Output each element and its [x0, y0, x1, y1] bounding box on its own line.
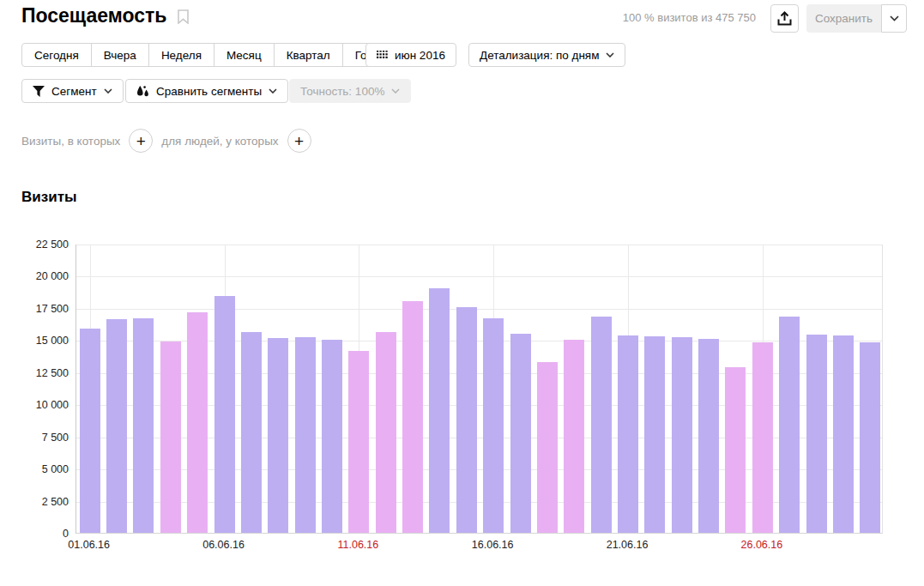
bar-28.06.16[interactable] — [806, 335, 827, 533]
x-tick-label: 11.06.16 — [337, 539, 378, 551]
gridline — [76, 276, 882, 277]
visits-filter-label: Визиты, в которых — [21, 135, 120, 148]
filter-funnel-icon — [33, 86, 45, 97]
bar-14.06.16[interactable] — [429, 288, 450, 533]
sample-size-text: 100 % визитов из 475 750 — [623, 11, 756, 24]
calendar-period-button[interactable]: июн 2016 — [365, 43, 456, 67]
accuracy-label: Точность: 100% — [300, 85, 384, 98]
tab-yesterday[interactable]: Вчера — [91, 44, 148, 66]
bar-17.06.16[interactable] — [510, 334, 531, 533]
bar-19.06.16[interactable] — [564, 340, 584, 533]
detail-dropdown-button[interactable]: Детализация: по дням — [468, 43, 625, 67]
y-tick-label: 15 000 — [0, 335, 69, 347]
metrica-traffic-page: Посещаемость 100 % визитов из 475 750 Со… — [0, 0, 924, 586]
bar-22.06.16[interactable] — [644, 336, 665, 533]
add-visit-filter-button[interactable]: + — [129, 129, 153, 153]
bar-16.06.16[interactable] — [483, 318, 504, 533]
bar-10.06.16[interactable] — [322, 340, 342, 533]
bar-24.06.16[interactable] — [698, 339, 719, 533]
gridline — [76, 245, 882, 245]
bar-04.06.16[interactable] — [160, 341, 181, 533]
chevron-down-icon — [104, 88, 112, 94]
y-tick-label: 2 500 — [0, 496, 69, 508]
x-tick-label: 06.06.16 — [202, 539, 245, 551]
bar-06.06.16[interactable] — [214, 296, 235, 533]
y-axis-labels: 02 5005 0007 50010 00012 50015 00017 500… — [0, 245, 69, 534]
tab-today[interactable]: Сегодня — [22, 44, 91, 66]
gridline — [76, 309, 882, 310]
export-icon — [777, 11, 792, 26]
tab-quarter[interactable]: Квартал — [274, 44, 342, 66]
x-axis-labels: 01.06.1606.06.1611.06.1616.06.1621.06.16… — [75, 539, 883, 553]
y-tick-label: 7 500 — [0, 432, 69, 444]
bar-23.06.16[interactable] — [672, 337, 692, 533]
y-tick-label: 20 000 — [0, 270, 69, 282]
droplets-icon — [136, 85, 149, 97]
chart-title: Визиты — [21, 189, 76, 206]
period-tabs: Сегодня Вчера Неделя Месяц Квартал Год — [21, 43, 386, 67]
bar-12.06.16[interactable] — [376, 332, 396, 533]
x-tick-label: 01.06.16 — [68, 539, 110, 551]
x-tick-label: 21.06.16 — [607, 539, 649, 551]
x-tick-label: 26.06.16 — [741, 539, 783, 551]
y-tick-label: 5 000 — [0, 463, 69, 475]
bar-08.06.16[interactable] — [268, 338, 288, 533]
y-tick-label: 22 500 — [0, 239, 69, 251]
filter-builder-row: Визиты, в которых + для людей, у которых… — [21, 129, 311, 153]
x-tick-label: 16.06.16 — [472, 539, 514, 551]
y-tick-label: 0 — [0, 528, 69, 540]
page-title: Посещаемость — [21, 4, 166, 27]
bar-27.06.16[interactable] — [779, 317, 800, 533]
bar-03.06.16[interactable] — [133, 318, 154, 533]
bar-09.06.16[interactable] — [295, 337, 316, 533]
chevron-down-icon — [606, 52, 614, 57]
tab-week[interactable]: Неделя — [148, 44, 214, 66]
bookmark-icon[interactable] — [178, 9, 189, 24]
y-tick-label: 17 500 — [0, 303, 69, 315]
plot-area — [75, 245, 883, 534]
bar-13.06.16[interactable] — [402, 301, 423, 533]
save-control: Сохранить — [806, 4, 907, 33]
tab-month[interactable]: Месяц — [214, 44, 274, 66]
bar-07.06.16[interactable] — [241, 332, 262, 533]
visits-bar-chart: 02 5005 0007 50010 00012 50015 00017 500… — [0, 245, 883, 534]
add-people-filter-button[interactable]: + — [287, 129, 311, 153]
bar-26.06.16[interactable] — [752, 342, 773, 533]
people-filter-label: для людей, у которых — [161, 135, 278, 148]
export-button[interactable] — [770, 4, 799, 33]
detail-label: Детализация: по дням — [480, 49, 599, 62]
calendar-grid-icon — [377, 51, 388, 60]
chevron-down-icon — [391, 88, 400, 94]
compare-segments-label: Сравнить сегменты — [156, 85, 262, 98]
bar-20.06.16[interactable] — [591, 317, 612, 533]
bar-15.06.16[interactable] — [456, 307, 477, 533]
chevron-down-icon — [269, 88, 277, 94]
bar-01.06.16[interactable] — [80, 329, 100, 533]
segment-button[interactable]: Сегмент — [21, 79, 124, 103]
bar-21.06.16[interactable] — [618, 335, 638, 533]
compare-segments-button[interactable]: Сравнить сегменты — [125, 79, 288, 103]
y-tick-label: 12 500 — [0, 367, 69, 379]
save-button[interactable]: Сохранить — [806, 4, 881, 33]
chevron-down-icon — [890, 15, 899, 21]
bar-30.06.16[interactable] — [860, 342, 880, 533]
y-tick-label: 10 000 — [0, 399, 69, 411]
bar-25.06.16[interactable] — [725, 367, 746, 533]
bar-18.06.16[interactable] — [537, 362, 558, 533]
calendar-period-label: июн 2016 — [395, 49, 445, 62]
bar-05.06.16[interactable] — [187, 312, 208, 533]
bar-11.06.16[interactable] — [348, 351, 369, 533]
accuracy-button: Точность: 100% — [289, 79, 411, 103]
save-dropdown-button[interactable] — [881, 4, 907, 33]
segment-label: Сегмент — [51, 85, 97, 98]
bar-29.06.16[interactable] — [833, 335, 854, 533]
bar-02.06.16[interactable] — [106, 319, 127, 533]
